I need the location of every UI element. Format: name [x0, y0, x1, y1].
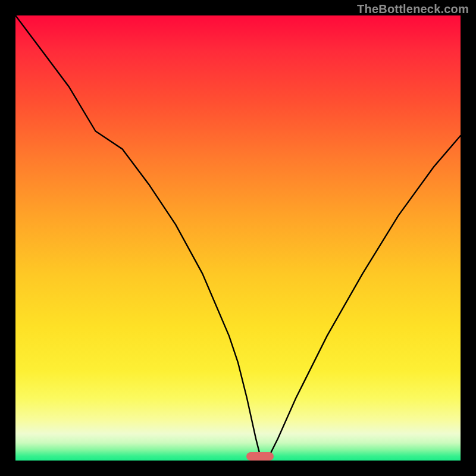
chart-frame: TheBottleneck.com [0, 0, 476, 476]
bottleneck-curve [15, 15, 461, 461]
optimal-point-marker [246, 452, 274, 461]
plot-area [15, 15, 461, 461]
watermark-label: TheBottleneck.com [357, 2, 469, 16]
